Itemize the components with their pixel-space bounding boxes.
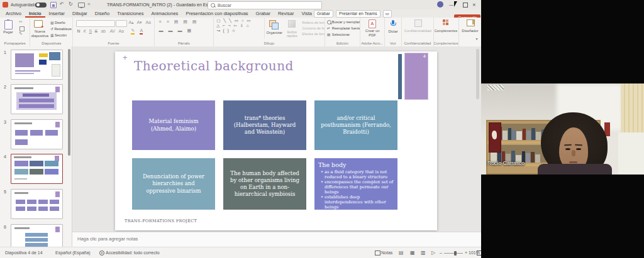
tab-animaciones[interactable]: Animaciones (147, 9, 182, 18)
language-indicator[interactable]: Español (España) (55, 250, 91, 255)
font-color-button[interactable]: A (140, 28, 143, 35)
spacing-button[interactable]: AV (109, 28, 115, 34)
slideshow-icon[interactable] (78, 3, 85, 8)
thumb-number-5: 5 (4, 190, 6, 194)
italic-button[interactable]: K (83, 28, 86, 34)
shape-effects-button[interactable]: Efectos de forma (302, 31, 325, 36)
account-avatar[interactable] (437, 1, 443, 8)
replace-fonts-button[interactable]: Reemplazar fuentes (332, 26, 360, 31)
slide-canvas[interactable]: + Theoretical background 4 Material femi… (115, 51, 437, 230)
slide-box-1[interactable]: Material feminism (Ahmed, Alaimo) (132, 100, 215, 150)
shape-outline-button[interactable]: Contorno de forma (302, 26, 325, 31)
shape-fill-button[interactable]: Relleno de forma (302, 20, 325, 25)
tab-inicio[interactable]: Inicio (25, 9, 45, 18)
undo-icon[interactable]: ↶ (60, 2, 64, 7)
clear-format-button[interactable]: Aa (145, 19, 151, 25)
autosave-toggle[interactable] (35, 3, 47, 8)
tab-archivo[interactable]: Archivo (2, 9, 25, 18)
shrink-font-button[interactable]: A▾ (136, 19, 142, 25)
quick-styles-button[interactable]: Estilos rápidos (283, 31, 301, 38)
qat-more-icon[interactable]: = (87, 2, 91, 7)
find-replace-button[interactable]: Buscar y reemplazar (332, 19, 360, 24)
notes-pane[interactable]: Haga clic para agregar notas (72, 232, 481, 247)
save-icon[interactable] (50, 2, 57, 8)
slide-box-2[interactable]: trans* theories (Halberstam, Hayward and… (223, 100, 306, 150)
paragraph-icons-row2[interactable]: ▬ ▬ ▬ ▦ (159, 28, 193, 33)
close-button[interactable]: ✕ (472, 3, 476, 7)
layout-button[interactable]: ▤ Diseño (50, 20, 72, 25)
thumbnail-slide-4-selected[interactable] (11, 154, 63, 184)
underline-button[interactable]: S (89, 28, 92, 34)
tab-transiciones[interactable]: Transiciones (113, 9, 147, 18)
search-box[interactable]: Buscar (208, 1, 322, 9)
zoom-slider-track[interactable] (444, 253, 463, 254)
arrange-button[interactable]: Organizar (264, 31, 284, 35)
copy-icon[interactable] (19, 26, 25, 31)
dictate-button[interactable]: Dictar (385, 30, 402, 34)
tab-diseno[interactable]: Diseño (91, 9, 113, 18)
grow-font-button[interactable]: A▴ (128, 19, 133, 25)
tab-revisar[interactable]: Revisar (274, 9, 297, 18)
slide-box-4[interactable]: Denunciation of power hierarchies and op… (132, 158, 215, 210)
create-pdf-button[interactable]: Crear un PDF (362, 29, 383, 37)
view-normal-button[interactable]: ▤ (399, 250, 404, 255)
section-button[interactable]: ▥ Sección (50, 33, 72, 38)
thumbnail-slide-1[interactable] (11, 50, 63, 80)
format-painter-icon[interactable]: ✎ (19, 31, 23, 36)
slide-box-5[interactable]: The human body affected by other organis… (223, 158, 306, 210)
thumbnail-scrollbar[interactable] (68, 49, 70, 156)
thumbnail-slide-3[interactable] (11, 119, 63, 149)
designer-button[interactable]: Diseñador (459, 29, 482, 33)
slide-box-3[interactable]: and/or critical posthumanism (Ferrando, … (314, 100, 397, 150)
slide-counter[interactable]: Diapositiva 4 de 14 (5, 250, 43, 255)
thumbnail-slide-6[interactable] (11, 224, 63, 247)
comments-button[interactable]: ▭ (383, 10, 392, 18)
zoom-out-button[interactable]: – (440, 250, 442, 255)
editor-scrollbar[interactable] (476, 49, 479, 99)
tab-insertar[interactable]: Insertar (45, 9, 69, 18)
paste-button[interactable]: Pegar (1, 30, 15, 35)
present-in-teams-button[interactable]: Presentar en Teams (336, 10, 380, 18)
accessibility-status[interactable]: Accesibilidad: todo correcto (106, 250, 160, 255)
strikethrough-button[interactable]: S (94, 28, 97, 34)
confidentiality-button[interactable]: Confidencialidad (402, 29, 433, 33)
record-button[interactable]: Grabar (314, 10, 333, 18)
font-size-input[interactable] (116, 20, 127, 27)
highlight-color-button[interactable]: ✎ (131, 28, 135, 35)
paragraph-icons-row1[interactable]: ≡ ≡ ▤ ▤ ▤ (159, 19, 199, 24)
reset-button[interactable]: ↺ Restablecer (50, 26, 72, 31)
paste-icon[interactable] (4, 20, 13, 30)
redo-icon[interactable]: ↻ (69, 2, 73, 7)
tab-grabar[interactable]: Grabar (252, 9, 274, 18)
document-title[interactable]: TRANS-FORMATION_INTRO (2) - Guardado en … (107, 3, 219, 7)
slide-title[interactable]: Theoretical background (134, 58, 294, 73)
tab-vista[interactable]: Vista (297, 9, 316, 18)
tab-dibujar[interactable]: Dibujar (69, 9, 91, 18)
restore-button[interactable] (463, 3, 468, 8)
view-slideshow-button[interactable]: ▷ (431, 250, 435, 255)
webcam-video[interactable]: Rocío Carrasco (481, 83, 644, 175)
zoom-in-button[interactable]: + (465, 250, 467, 255)
slide-box-6[interactable]: The body as a fluid category that is not… (314, 158, 397, 210)
collapse-ribbon-icon[interactable]: ▾ (476, 36, 478, 41)
view-sorter-button[interactable]: ▦ (410, 250, 415, 255)
notes-toggle[interactable]: Notas (381, 250, 392, 255)
thumbnail-slide-5[interactable] (11, 189, 63, 219)
group-confidentiality: Confidencialidad Confidencialidad (402, 18, 433, 46)
view-reading-button[interactable]: ▥ (421, 250, 426, 255)
zoom-slider-knob[interactable] (454, 251, 457, 255)
select-button[interactable]: Seleccionar (332, 32, 360, 37)
bold-button[interactable]: N (77, 28, 80, 34)
tab-presentacion[interactable]: Presentación con diapositivas (182, 9, 252, 18)
case-button[interactable]: Aa (118, 28, 124, 34)
shapes-gallery[interactable]: ▢ ╲ ╲ ▭ ○ ▭ △ ⌐ ¬ ⇦ ⇩ ⌂ ↝ ( ) ☆ (216, 18, 265, 38)
status-bar: Diapositiva 4 de 14 Español (España) Acc… (0, 247, 481, 258)
shadow-button[interactable]: ab (101, 28, 106, 34)
minimize-button[interactable]: — (449, 3, 453, 7)
addins-button[interactable]: Complementos (434, 29, 458, 33)
cut-icon[interactable]: ✂ (19, 19, 23, 24)
new-slide-icon[interactable] (34, 20, 43, 28)
font-name-input[interactable] (76, 20, 115, 27)
new-slide-button[interactable]: Nueva diapositiva (30, 30, 49, 38)
thumbnail-slide-2[interactable] (11, 84, 63, 114)
